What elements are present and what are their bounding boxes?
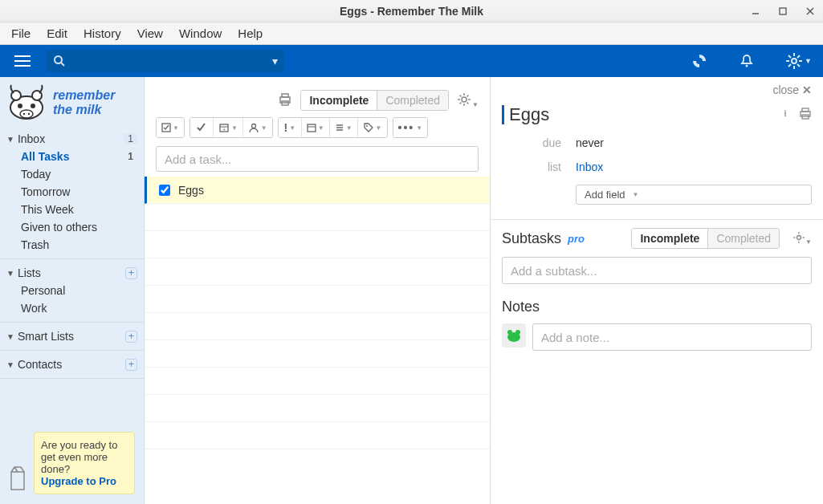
menu-file[interactable]: File <box>5 23 37 43</box>
all-tasks-count: 1 <box>124 151 137 162</box>
sidebar-item-label: This Week <box>21 203 74 216</box>
sidebar-inbox-label: Inbox <box>18 132 45 145</box>
task-list-pane: Incomplete Completed ▼ ▼ +▼ ▼ !▼ ▼ ▼ ▼ •… <box>145 77 491 504</box>
svg-point-23 <box>28 113 30 115</box>
svg-point-46 <box>366 125 368 127</box>
assign-button[interactable]: ▼ <box>242 118 272 137</box>
list-move-button[interactable]: ▼ <box>329 118 357 137</box>
sidebar-item-label: Work <box>21 302 47 315</box>
svg-line-15 <box>788 64 791 67</box>
task-row-empty <box>145 422 490 449</box>
menu-history[interactable]: History <box>77 23 128 43</box>
subtask-tabs: Incomplete Completed <box>631 228 780 249</box>
postpone-button[interactable]: +▼ <box>213 118 242 137</box>
sidebar-section-inbox[interactable]: ▼ Inbox 1 <box>0 130 144 148</box>
svg-point-27 <box>462 97 467 102</box>
sidebar-item-all-tasks[interactable]: All Tasks 1 <box>0 148 144 165</box>
notes-heading: Notes <box>502 299 540 315</box>
task-title: Eggs <box>178 184 204 197</box>
task-row-empty <box>145 395 490 422</box>
menu-view[interactable]: View <box>131 23 169 43</box>
sidebar-item-personal[interactable]: Personal <box>0 282 144 299</box>
sidebar-item-tomorrow[interactable]: Tomorrow <box>0 183 144 201</box>
field-list-value[interactable]: Inbox <box>576 161 603 173</box>
sidebar-item-given[interactable]: Given to others <box>0 218 144 236</box>
info-icon[interactable] <box>780 108 791 123</box>
add-contact-button[interactable]: + <box>125 359 137 371</box>
due-button[interactable]: ▼ <box>301 118 329 137</box>
notifications-icon[interactable] <box>739 53 755 69</box>
hamburger-button[interactable] <box>14 55 31 67</box>
chevron-down-icon: ▼ <box>6 135 14 144</box>
chevron-down-icon: ▼ <box>6 332 14 341</box>
pro-badge: pro <box>568 233 585 245</box>
add-field-button[interactable]: Add field <box>576 185 812 205</box>
cow-avatar-icon <box>505 327 523 344</box>
sidebar-section-contacts[interactable]: ▼ Contacts + <box>0 356 144 373</box>
sidebar-item-trash[interactable]: Trash <box>0 236 144 254</box>
sidebar-item-label: Today <box>21 168 51 181</box>
window-close-button[interactable] <box>802 3 818 19</box>
add-smartlist-button[interactable]: + <box>125 331 137 343</box>
svg-line-34 <box>467 95 469 96</box>
tab-incomplete[interactable]: Incomplete <box>301 91 377 110</box>
task-checkbox[interactable] <box>159 185 170 196</box>
settings-icon[interactable]: ▼ <box>785 52 812 70</box>
tag-button[interactable]: ▼ <box>357 118 387 137</box>
detail-title[interactable]: Eggs <box>509 104 780 125</box>
window-maximize-button[interactable] <box>775 3 791 19</box>
task-row[interactable]: Eggs <box>145 177 490 204</box>
task-detail-pane: close ✕ Eggs due never list Inbox Add fi… <box>491 77 823 504</box>
add-task-input[interactable] <box>156 146 479 172</box>
window-minimize-button[interactable] <box>748 3 764 19</box>
svg-rect-25 <box>282 94 288 97</box>
task-row-empty <box>145 204 490 231</box>
milk-carton-icon <box>6 465 29 493</box>
svg-rect-51 <box>802 108 809 112</box>
svg-point-4 <box>55 56 62 63</box>
menu-edit[interactable]: Edit <box>40 23 74 43</box>
list-settings-icon[interactable]: ▼ <box>457 92 479 109</box>
task-row-empty <box>145 258 490 286</box>
svg-point-20 <box>31 104 35 108</box>
sync-icon[interactable] <box>691 52 708 70</box>
menu-help[interactable]: Help <box>231 23 269 43</box>
sidebar-section-lists[interactable]: ▼ Lists + <box>0 264 144 282</box>
sidebar-item-work[interactable]: Work <box>0 299 144 317</box>
subtask-settings-icon[interactable]: ▼ <box>792 231 812 246</box>
select-all-button[interactable]: ▼ <box>157 118 184 137</box>
bulk-toolbar: ▼ +▼ ▼ !▼ ▼ ▼ ▼ •••▼ <box>145 117 490 146</box>
svg-line-12 <box>788 55 791 58</box>
sidebar-smartlists-label: Smart Lists <box>18 330 74 343</box>
field-due-value[interactable]: never <box>576 136 604 149</box>
tab-completed[interactable]: Completed <box>377 91 448 110</box>
add-note-input[interactable] <box>532 323 812 351</box>
priority-button[interactable]: !▼ <box>279 118 301 137</box>
window-titlebar: Eggs - Remember The Milk <box>0 0 823 22</box>
more-actions-button[interactable]: •••▼ <box>393 118 428 137</box>
sidebar: rememberthe milk ▼ Inbox 1 All Tasks 1 T… <box>0 77 145 504</box>
print-icon[interactable] <box>278 92 292 109</box>
svg-line-33 <box>467 102 469 104</box>
svg-point-7 <box>792 59 797 63</box>
upgrade-link[interactable]: Upgrade to Pro <box>41 475 128 487</box>
search-input[interactable]: ▾ <box>47 50 284 72</box>
menu-window[interactable]: Window <box>173 23 228 43</box>
add-list-button[interactable]: + <box>125 267 137 279</box>
sidebar-item-this-week[interactable]: This Week <box>0 201 144 218</box>
sidebar-item-today[interactable]: Today <box>0 165 144 183</box>
print-detail-icon[interactable] <box>799 108 812 123</box>
svg-point-40 <box>251 124 255 128</box>
cow-logo-icon <box>6 83 47 122</box>
sidebar-contacts-label: Contacts <box>18 358 62 371</box>
search-dropdown-icon[interactable]: ▾ <box>272 55 278 67</box>
sidebar-lists-label: Lists <box>18 266 41 279</box>
task-row-empty <box>145 340 490 368</box>
add-subtask-input[interactable] <box>502 257 812 284</box>
complete-button[interactable] <box>190 118 213 137</box>
svg-line-14 <box>797 55 800 58</box>
subtask-tab-completed[interactable]: Completed <box>707 229 779 248</box>
close-detail-button[interactable]: close ✕ <box>772 83 812 96</box>
sidebar-section-smartlists[interactable]: ▼ Smart Lists + <box>0 327 144 345</box>
subtask-tab-incomplete[interactable]: Incomplete <box>632 229 707 248</box>
